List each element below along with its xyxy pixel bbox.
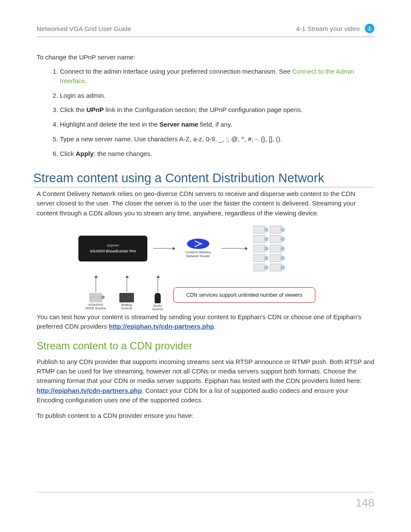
subsection-para2: To publish content to a CDN provider ens… <box>37 411 374 420</box>
source-audio-label: Audio Source <box>147 304 168 311</box>
client-icon <box>270 264 282 271</box>
servername-bold: Server name <box>159 121 198 128</box>
step-4: Highlight and delete the text in the Ser… <box>60 120 374 129</box>
router-icon <box>187 239 209 249</box>
step-4-post: field, if any. <box>198 121 232 128</box>
intro-text: To change the UPnP server name: <box>37 53 374 61</box>
client-icon <box>253 235 265 243</box>
step-4-pre: Highlight and delete the text in the <box>60 121 159 128</box>
upnp-bold: UPnP <box>87 106 104 113</box>
cdn-partners-link[interactable]: http://epiphan.tv/cdn-partners.php <box>109 323 214 330</box>
source-audio: Audio Source <box>147 276 168 311</box>
router-label: Content Delivery Network Router <box>181 251 215 258</box>
step-1-post: . <box>85 77 87 84</box>
cdn-partners-link-2[interactable]: http://epiphan.tv/cdn-partners.php <box>37 387 142 394</box>
step-6-post: ; the name changes. <box>93 150 152 157</box>
header-right: 4-1 Stream your video <box>296 25 360 32</box>
section-title: Stream content using a Content Distribut… <box>33 171 374 187</box>
section-para1: A Content Delivery Network relies on geo… <box>37 189 374 218</box>
microphone-icon <box>155 293 161 303</box>
device-model: VGADVI Broadcaster Pro <box>90 249 136 253</box>
page: Networked VGA Grid User Guide 4-1 Stream… <box>0 0 411 532</box>
section-para2: You can test how your content is streame… <box>37 312 374 331</box>
cdn-diagram: epiphan VGADVI Broadcaster Pro Content D… <box>37 226 374 303</box>
step-6: Click Apply; the name changes. <box>60 149 374 159</box>
arrow-up-icon <box>127 276 127 292</box>
source-vga: VGA/DVI/ HDMI Source <box>85 276 106 311</box>
client-icon <box>253 254 265 262</box>
page-header: Networked VGA Grid User Guide 4-1 Stream… <box>37 24 374 37</box>
arrow-right-icon <box>221 248 247 249</box>
content: To change the UPnP server name: Connect … <box>37 37 374 420</box>
step-6-pre: Click <box>60 150 76 157</box>
client-icon <box>253 245 265 252</box>
share-icon[interactable] <box>365 24 374 33</box>
step-2: Login as admin. <box>60 91 374 100</box>
callout-box: CDN services support unlimited number of… <box>173 287 315 303</box>
client-icon <box>270 235 282 243</box>
step-3-pre: Click the <box>60 106 87 113</box>
client-icon <box>270 245 282 252</box>
footer-rule <box>37 492 374 492</box>
subsection-title: Stream content to a CDN provider <box>37 340 374 352</box>
page-number: 148 <box>356 496 374 510</box>
source-vga-label: VGA/DVI/ HDMI Source <box>85 303 106 311</box>
arrow-up-icon <box>158 276 158 292</box>
para2-post: . <box>214 323 216 330</box>
client-icon <box>270 226 282 233</box>
device-brand: epiphan <box>107 243 119 247</box>
source-analog: Analog Source <box>116 276 137 311</box>
step-5: Type a new server name. Use characters A… <box>60 134 374 144</box>
apply-bold: Apply <box>76 150 94 157</box>
client-icon <box>270 254 282 262</box>
clients-grid <box>253 226 282 271</box>
client-icon <box>253 226 265 233</box>
header-left: Networked VGA Grid User Guide <box>37 25 131 32</box>
source-analog-label: Analog Source <box>116 303 137 311</box>
arrow-right-icon <box>153 248 175 249</box>
client-icon <box>253 264 265 271</box>
steps-list: Connect to the admin interface using you… <box>37 67 374 158</box>
camcorder-icon <box>119 293 134 302</box>
step-1: Connect to the admin interface using you… <box>60 67 374 86</box>
arrow-up-icon <box>96 276 96 292</box>
step-3-post: link in the Configuration section; the U… <box>104 106 303 113</box>
step-1-pre: Connect to the admin interface using you… <box>60 68 292 75</box>
broadcaster-device: epiphan VGADVI Broadcaster Pro <box>78 236 147 261</box>
subsection-para1: Publish to any CDN provider that support… <box>37 357 374 405</box>
sub-para-pre: Publish to any CDN provider that support… <box>37 358 374 384</box>
step-3: Click the UPnP link in the Configuration… <box>60 105 374 115</box>
camera-icon <box>89 293 102 302</box>
